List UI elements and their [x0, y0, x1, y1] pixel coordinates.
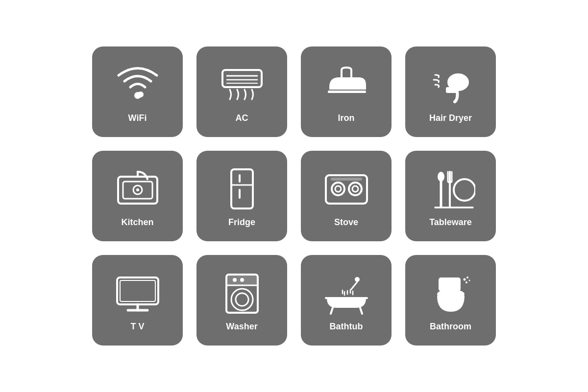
- kitchen-label: Kitchen: [121, 217, 153, 228]
- iron-label: Iron: [338, 113, 355, 123]
- card-tv[interactable]: T V: [92, 255, 183, 346]
- card-ac[interactable]: AC: [196, 46, 287, 137]
- svg-line-42: [360, 308, 362, 314]
- svg-rect-12: [231, 169, 253, 208]
- svg-rect-21: [331, 178, 362, 181]
- bathroom-label: Bathroom: [430, 322, 471, 332]
- svg-point-17: [332, 183, 344, 195]
- amenities-grid: WiFi AC Iron: [92, 46, 496, 346]
- svg-rect-30: [120, 280, 155, 301]
- wifi-label: WiFi: [128, 113, 147, 123]
- tableware-label: Tableware: [429, 217, 472, 228]
- card-wifi[interactable]: WiFi: [92, 46, 183, 137]
- card-stove[interactable]: Stove: [301, 151, 392, 241]
- svg-point-51: [463, 278, 466, 281]
- card-fridge[interactable]: Fridge: [196, 151, 287, 241]
- card-hair-dryer[interactable]: Hair Dryer: [405, 46, 496, 137]
- bathroom-icon: [426, 269, 475, 318]
- svg-point-37: [240, 278, 244, 282]
- card-iron[interactable]: Iron: [301, 46, 392, 137]
- svg-rect-7: [446, 87, 457, 93]
- svg-point-38: [231, 289, 253, 310]
- tv-label: T V: [130, 322, 144, 332]
- kitchen-icon: [113, 164, 162, 213]
- bathtub-label: Bathtub: [330, 322, 363, 332]
- svg-point-39: [236, 293, 248, 306]
- svg-point-52: [466, 277, 468, 278]
- ac-label: AC: [236, 113, 248, 123]
- svg-point-43: [355, 277, 360, 282]
- svg-point-18: [335, 186, 341, 192]
- washer-label: Washer: [226, 322, 257, 332]
- card-bathtub[interactable]: Bathtub: [301, 255, 392, 346]
- svg-point-20: [352, 186, 358, 192]
- card-tableware[interactable]: Tableware: [405, 151, 496, 241]
- washer-icon: [218, 269, 267, 318]
- tv-icon: [113, 269, 162, 318]
- svg-rect-5: [328, 91, 366, 93]
- fridge-icon: [218, 164, 267, 213]
- svg-line-41: [331, 308, 333, 314]
- card-kitchen[interactable]: Kitchen: [92, 151, 183, 241]
- svg-rect-29: [117, 277, 158, 304]
- svg-point-27: [454, 179, 475, 201]
- bathtub-icon: [322, 269, 371, 318]
- ac-icon: [218, 60, 267, 109]
- stove-icon: [322, 164, 371, 213]
- svg-point-22: [438, 172, 444, 182]
- svg-point-36: [233, 278, 237, 282]
- svg-rect-1: [222, 70, 262, 87]
- svg-point-53: [466, 281, 467, 283]
- hair-dryer-label: Hair Dryer: [429, 113, 472, 123]
- svg-rect-49: [439, 277, 461, 291]
- card-bathroom[interactable]: Bathroom: [405, 255, 496, 346]
- fridge-label: Fridge: [228, 217, 255, 228]
- svg-point-19: [349, 183, 362, 195]
- svg-point-54: [468, 280, 470, 281]
- wifi-icon: [113, 60, 162, 109]
- svg-point-0: [134, 92, 141, 99]
- stove-label: Stove: [334, 217, 358, 228]
- card-washer[interactable]: Washer: [196, 255, 287, 346]
- hair-dryer-icon: [426, 60, 475, 109]
- tableware-icon: [426, 164, 475, 213]
- svg-point-11: [136, 188, 139, 191]
- iron-icon: [322, 60, 371, 109]
